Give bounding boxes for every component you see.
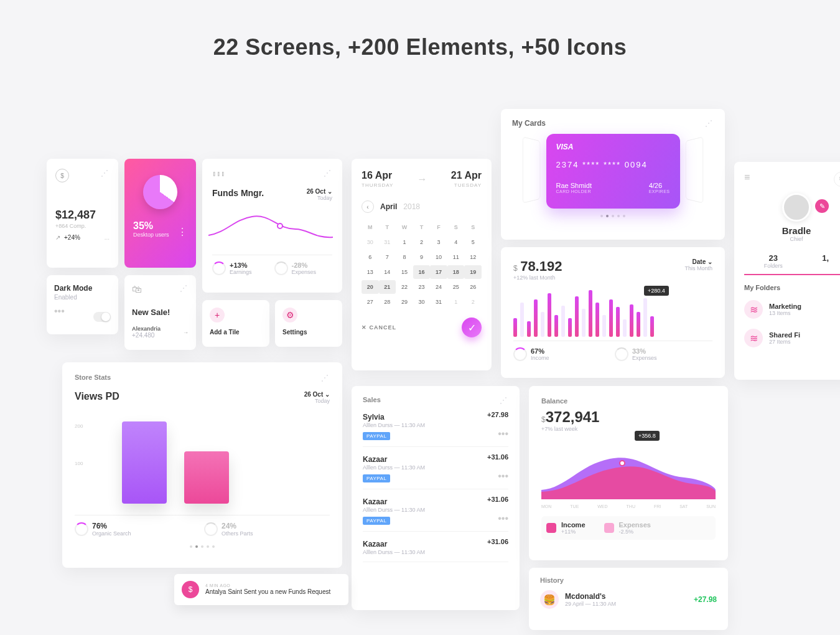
cal-day[interactable]: 6 [362,250,379,264]
cal-day[interactable]: 2 [464,295,482,309]
kpi-value: 76% [92,522,131,530]
darkmode-card: Dark Mode Enabled ••• [47,275,118,334]
cal-day[interactable]: 1 [396,235,413,249]
drag-icon[interactable]: ⋰ [500,396,508,405]
card-ghost[interactable] [686,136,703,204]
cal-day[interactable]: 2 [413,235,431,249]
cal-day[interactable]: 25 [447,280,465,294]
sale-item[interactable]: Kazaar+31.06Alllen Durss — 11:30 AMPAYPA… [363,489,508,532]
refresh-icon[interactable]: ↻ [834,172,840,187]
cal-day[interactable]: 10 [430,250,447,264]
balance-legend: Income+11% Expenses-2.5% [541,516,716,540]
profile-stat: 1, [822,253,829,263]
cal-dow: F [430,220,447,234]
pager-dots[interactable] [75,545,330,548]
cal-day[interactable]: 29 [396,295,413,309]
cal-day[interactable]: 24 [430,280,447,294]
cal-day[interactable]: 27 [362,295,379,309]
drag-icon[interactable]: ⋰ [101,169,110,182]
card-holder-label: CARD HOLDER [556,189,592,194]
tooltip: +280.4 [644,286,669,296]
arrow-right-icon[interactable]: → [183,329,189,336]
pager-dots[interactable] [512,215,714,217]
ring-icon [513,347,527,361]
sale-item[interactable]: Kazaar+31.06Alllen Durss — 11:30 AM [363,532,508,562]
cal-day[interactable]: 30 [362,235,379,249]
kpi-label: Expenses [632,355,657,361]
more-icon[interactable]: ⋮ [177,226,187,238]
folder-name: Shared Fi [769,331,800,339]
more-icon[interactable]: ••• [498,513,508,524]
more-icon[interactable]: ••• [498,428,508,440]
cal-day[interactable]: 7 [379,250,396,264]
sale-item[interactable]: Kazaar+31.06Alllen Durss — 11:30 AMPAYPA… [363,447,508,489]
cal-dow: M [362,220,379,234]
bar [575,296,579,337]
cal-day[interactable]: 21 [379,280,396,294]
drag-icon[interactable]: ⋰ [180,284,189,295]
sale-meta: Alllen Durss — 11:30 AM [363,507,508,513]
cal-day[interactable]: 19 [464,265,482,279]
folder-item[interactable]: ≋Shared Fi27 Items [744,324,840,352]
avatar[interactable] [782,193,811,222]
cal-day[interactable]: 22 [396,280,413,294]
drag-icon[interactable]: ⋰ [705,119,714,128]
cal-day[interactable]: 18 [447,265,465,279]
more-icon[interactable]: ••• [498,471,508,482]
cal-day[interactable]: 26 [464,280,482,294]
cal-day[interactable]: 23 [413,280,431,294]
cal-day[interactable]: 16 [413,265,431,279]
store-date[interactable]: 26 Oct ⌄ [304,391,330,398]
cal-day[interactable]: 9 [413,250,431,264]
cal-day[interactable]: 14 [379,265,396,279]
sale-card: 🛍 ⋰ New Sale! Alexandria +24.480 → [124,275,196,350]
cal-day[interactable]: 5 [464,235,482,249]
mycards-card: My Cards ⋰ VISA 2374 **** **** 0094 Rae … [501,109,725,240]
sale-meta: Alllen Durss — 11:30 AM [363,549,508,555]
sale-item[interactable]: Sylvia+27.98Alllen Durss — 11:30 AMPAYPA… [363,405,508,447]
add-tile[interactable]: + Add a Tile [202,300,269,347]
cal-day[interactable]: 13 [362,265,379,279]
cal-day[interactable]: 8 [396,250,413,264]
cal-day[interactable]: 31 [379,235,396,249]
cal-day[interactable]: 20 [362,280,379,294]
card-ghost[interactable] [523,136,540,204]
cal-dow: S [447,220,465,234]
cal-day[interactable]: 17 [430,265,447,279]
sale-name: Kazaar [363,455,387,464]
drag-icon[interactable]: ⋰ [324,169,332,178]
notification[interactable]: $ 4 MIN AGOAntalya Saint Sent you a new … [174,574,348,605]
menu-icon[interactable]: ≡ [744,172,750,187]
cal-day[interactable]: 30 [413,295,431,309]
cal-day[interactable]: 12 [464,250,482,264]
bar [643,298,647,337]
cal-day[interactable]: 15 [396,265,413,279]
cal-day[interactable]: 31 [430,295,447,309]
more-icon[interactable]: ... [105,234,110,241]
cal-month: April [380,202,397,211]
cal-day[interactable]: 4 [447,235,465,249]
profile-card: ≡↻ ✎ Bradle Chief 23Folders 1, My Folder… [734,162,840,380]
cal-day[interactable]: 28 [379,295,396,309]
credit-card[interactable]: VISA 2374 **** **** 0094 Rae ShmidtCARD … [546,134,680,209]
more-icon[interactable]: ••• [54,306,65,317]
kpi-label: Organic Search [92,530,131,537]
kpi-label: Others Parts [222,530,253,537]
card-brand: VISA [556,143,670,151]
settings-tile[interactable]: ⚙ Settings [275,300,342,347]
stat-value: $12,487 [55,209,110,222]
cal-day[interactable]: 1 [447,295,465,309]
cal-day[interactable]: 3 [430,235,447,249]
cal-prev[interactable]: ‹ [362,200,374,213]
edit-icon[interactable]: ✎ [815,199,829,213]
folders-title: My Folders [744,284,840,291]
funds-date[interactable]: 26 Oct ⌄ [307,188,332,195]
cal-from-day: THURSDAY [362,182,393,188]
bigstat-date[interactable]: Date ⌄ [684,258,712,265]
cal-day[interactable]: 11 [447,250,465,264]
cancel-button[interactable]: ✕ CANCEL [362,324,396,331]
confirm-button[interactable]: ✓ [462,318,482,337]
darkmode-toggle[interactable] [93,312,111,322]
folder-item[interactable]: ≋Marketing13 Items [744,295,840,324]
drag-icon[interactable]: ⋰ [321,374,330,382]
